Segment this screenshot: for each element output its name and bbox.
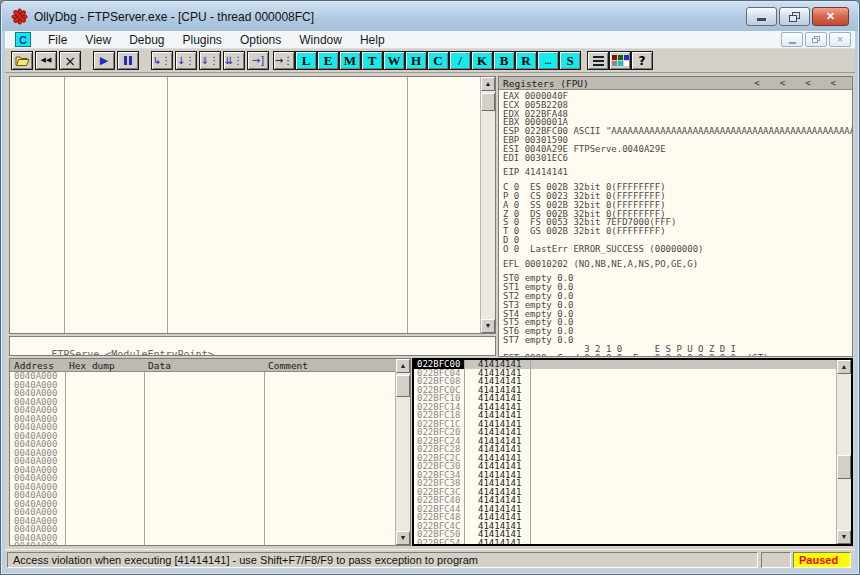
dump-row[interactable]: 0040A000: [10, 491, 396, 500]
title-bar[interactable]: OllyDbg - FTPServer.exe - [CPU - thread …: [2, 2, 858, 31]
scroll-up-button[interactable]: ▲: [396, 359, 410, 373]
scroll-up-button[interactable]: ▲: [837, 360, 851, 374]
disassembly-panel[interactable]: ▲ ▼: [9, 76, 496, 334]
registers-collapse-button-2[interactable]: <: [780, 78, 785, 88]
go-to-address-button[interactable]: →⋮: [273, 51, 295, 70]
cpu-window-menu-icon[interactable]: C: [15, 32, 31, 47]
execute-till-return-button[interactable]: →]: [247, 51, 269, 70]
registers-collapse-button-1[interactable]: <: [754, 78, 759, 88]
minimize-button[interactable]: [746, 7, 777, 26]
dump-row[interactable]: 0040A000: [10, 466, 396, 475]
menu-item-view[interactable]: View: [76, 32, 120, 48]
register-line[interactable]: T 0 GS 002B 32bit 0(FFFFFFFF): [503, 227, 852, 236]
dump-header-comment[interactable]: Comment: [268, 360, 308, 371]
dump-row[interactable]: 0040A000: [10, 500, 396, 509]
view-memory-button[interactable]: M: [339, 51, 361, 70]
view-cpu-button[interactable]: C: [427, 51, 449, 70]
open-file-button[interactable]: [11, 51, 33, 70]
view-call-stack-button[interactable]: K: [471, 51, 493, 70]
scrollbar-thumb[interactable]: [396, 375, 410, 397]
appearance-button[interactable]: [609, 51, 631, 70]
view-handles-button[interactable]: H: [405, 51, 427, 70]
registers-header-title: Registers (FPU): [503, 78, 589, 89]
scroll-up-button[interactable]: ▲: [481, 77, 495, 91]
animate-into-button[interactable]: ⇓⋮: [199, 51, 221, 70]
dump-row[interactable]: 0040A000: [10, 381, 396, 390]
dump-row[interactable]: 0040A000: [10, 398, 396, 407]
dump-row[interactable]: 0040A000: [10, 389, 396, 398]
view-source-button[interactable]: S: [559, 51, 581, 70]
register-line[interactable]: EIP 41414141: [503, 168, 852, 177]
menu-item-window[interactable]: Window: [290, 32, 351, 48]
memory-dump-panel[interactable]: AddressHex dumpDataComment 0040A0000040A…: [9, 358, 411, 546]
view-run-trace-button[interactable]: ...: [537, 51, 559, 70]
mdi-minimize-button[interactable]: [781, 32, 803, 47]
help-button[interactable]: ?: [631, 51, 653, 70]
disassembly-scrollbar[interactable]: ▲ ▼: [480, 77, 495, 333]
registers-collapse-button-4[interactable]: <: [831, 78, 836, 88]
dump-row[interactable]: 0040A000: [10, 457, 396, 466]
register-line[interactable]: EFL 00010202 (NO,NB,NE,A,NS,PO,GE,G): [503, 260, 852, 269]
menu-item-options[interactable]: Options: [231, 32, 290, 48]
run-button[interactable]: ▶: [93, 51, 115, 70]
dump-row[interactable]: 0040A000: [10, 372, 396, 381]
scroll-down-button[interactable]: ▼: [396, 531, 410, 545]
animate-over-button[interactable]: ⇊⋮: [223, 51, 245, 70]
dump-row[interactable]: 0040A000: [10, 406, 396, 415]
registers-panel[interactable]: Registers (FPU) <<<< EAX 0000040FECX 005…: [498, 76, 853, 357]
dump-header-address[interactable]: Address: [14, 360, 54, 371]
window-title: OllyDbg - FTPServer.exe - [CPU - thread …: [34, 10, 314, 24]
scroll-down-button[interactable]: ▼: [837, 530, 851, 544]
view-log-button[interactable]: L: [295, 51, 317, 70]
scrollbar-thumb[interactable]: [837, 455, 851, 479]
dump-row[interactable]: 0040A000: [10, 432, 396, 441]
mdi-close-icon: ×: [837, 34, 843, 45]
view-threads-button[interactable]: T: [361, 51, 383, 70]
menu-item-plugins[interactable]: Plugins: [174, 32, 231, 48]
dump-row[interactable]: 0040A000: [10, 415, 396, 424]
dump-row[interactable]: 0040A000: [10, 508, 396, 517]
view-patches-button[interactable]: /: [449, 51, 471, 70]
dump-row[interactable]: 0040A000: [10, 474, 396, 483]
register-line[interactable]: FST 0000 Cond 0 0 0 0 Err 0 0 0 0 0 0 0 …: [503, 354, 852, 357]
dump-scrollbar[interactable]: ▲ ▼: [395, 359, 410, 545]
view-references-button[interactable]: R: [515, 51, 537, 70]
dump-row[interactable]: 0040A000: [10, 483, 396, 492]
dump-row[interactable]: 0040A000: [10, 525, 396, 534]
scrollbar-thumb[interactable]: [481, 93, 495, 111]
cpu-window: ▲ ▼ Registers (FPU) <<<< EAX 0000040FECX…: [5, 73, 855, 549]
restore-button[interactable]: [779, 7, 810, 26]
view-windows-button[interactable]: W: [383, 51, 405, 70]
dump-row[interactable]: 0040A000: [10, 440, 396, 449]
menu-item-file[interactable]: File: [39, 32, 76, 48]
stack-scrollbar[interactable]: ▲ ▼: [836, 360, 851, 544]
minimize-icon: [757, 18, 766, 21]
dump-header-data[interactable]: Data: [148, 360, 171, 371]
restart-button[interactable]: ◀◀: [35, 51, 57, 70]
menu-item-help[interactable]: Help: [351, 32, 394, 48]
dump-row[interactable]: 0040A000: [10, 542, 396, 546]
step-over-button[interactable]: ↓⋮: [175, 51, 197, 70]
windows-list-button[interactable]: [587, 51, 609, 70]
pause-button[interactable]: [117, 51, 139, 70]
view-breakpoints-button[interactable]: B: [493, 51, 515, 70]
step-into-button[interactable]: ↳⋮: [151, 51, 173, 70]
register-line[interactable]: EDI 00301EC6: [503, 154, 852, 163]
stack-row[interactable]: 022BFC5441414141: [414, 539, 836, 547]
close-debuggee-button[interactable]: ×: [59, 51, 81, 70]
view-executables-button[interactable]: E: [317, 51, 339, 70]
stack-panel[interactable]: 022BFC0041414141022BFC0441414141022BFC08…: [412, 358, 853, 546]
registers-collapse-button-3[interactable]: <: [805, 78, 810, 88]
scroll-down-button[interactable]: ▼: [481, 319, 495, 333]
close-button[interactable]: ✕: [812, 7, 849, 26]
dump-row[interactable]: 0040A000: [10, 534, 396, 543]
execute-till-return-icon: →]: [252, 56, 264, 66]
dump-row[interactable]: 0040A000: [10, 423, 396, 432]
dump-row[interactable]: 0040A000: [10, 517, 396, 526]
dump-row[interactable]: 0040A000: [10, 449, 396, 458]
menu-item-debug[interactable]: Debug: [120, 32, 173, 48]
register-line[interactable]: O 0 LastErr ERROR_SUCCESS (00000000): [503, 245, 852, 254]
dump-header-hex-dump[interactable]: Hex dump: [69, 360, 115, 371]
mdi-close-button[interactable]: ×: [829, 32, 851, 47]
mdi-restore-button[interactable]: [805, 32, 827, 47]
